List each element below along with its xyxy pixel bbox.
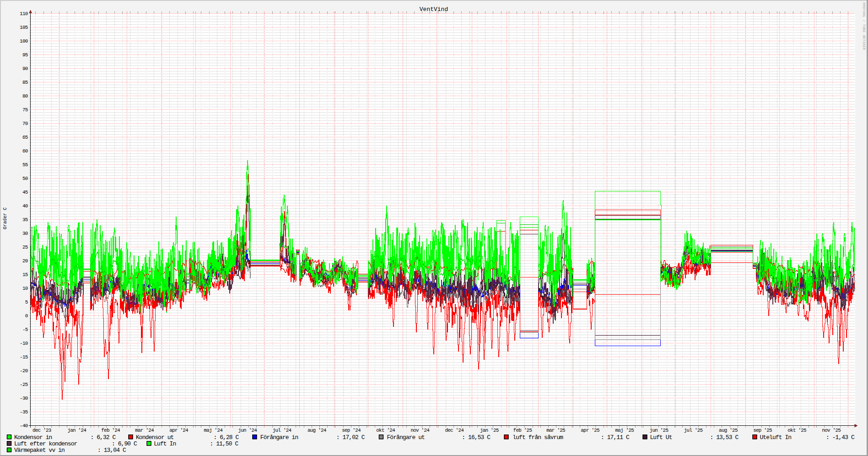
svg-text:: 13,53 C: : 13,53 C [710,434,739,441]
svg-text:feb '25: feb '25 [513,428,532,433]
svg-text:: 16,53 C: : 16,53 C [462,434,491,441]
svg-text:dec '24: dec '24 [445,428,464,433]
svg-text:dec '23: dec '23 [32,428,51,433]
svg-text:25: 25 [22,244,28,250]
svg-text:feb '24: feb '24 [101,428,120,433]
svg-text:10: 10 [22,286,28,291]
svg-text:105: 105 [20,25,28,30]
svg-text:60: 60 [22,148,28,154]
svg-text:-25: -25 [20,382,28,387]
svg-text:Kondensor ut: Kondensor ut [136,434,174,441]
svg-text:-35: -35 [20,409,28,415]
svg-text:sep '25: sep '25 [753,428,772,433]
svg-text:5: 5 [25,299,28,305]
svg-text:jan '24: jan '24 [67,428,86,433]
svg-text:maj '25: maj '25 [615,428,634,433]
svg-text:nov '24: nov '24 [410,428,430,433]
svg-text:mar '24: mar '24 [135,428,154,433]
svg-text:aug '25: aug '25 [719,428,738,433]
svg-text:: -1,43 C: : -1,43 C [826,434,855,441]
svg-text:: 17,02 C: : 17,02 C [336,434,365,441]
svg-text:15: 15 [22,272,28,277]
svg-text:45: 45 [22,190,28,195]
svg-text:65: 65 [22,135,28,140]
svg-text:30: 30 [22,231,28,236]
svg-text:-5: -5 [22,327,28,332]
svg-text:110: 110 [20,11,28,16]
svg-text:apr '24: apr '24 [169,428,189,433]
svg-text:aug '24: aug '24 [307,428,327,433]
svg-text:40: 40 [22,203,28,209]
svg-text:Värmepaket vv in: Värmepaket vv in [14,447,65,454]
svg-text:okt '25: okt '25 [787,428,806,433]
svg-text:75: 75 [22,107,28,113]
svg-text:Luft In: Luft In [154,440,176,447]
svg-text:20: 20 [22,258,28,264]
svg-text:-30: -30 [20,396,28,401]
svg-text:jan '25: jan '25 [480,428,499,433]
svg-text:mar '25: mar '25 [546,428,565,433]
svg-text:-10: -10 [20,341,28,346]
svg-text:VentVind: VentVind [420,6,448,13]
svg-text:apr '25: apr '25 [581,428,599,433]
svg-text:100: 100 [20,38,28,44]
svg-text:70: 70 [22,121,28,126]
svg-text:Uteluft In: Uteluft In [760,434,792,441]
svg-text:Förångare in: Förångare in [260,434,298,441]
svg-text:jul '25: jul '25 [684,428,703,433]
svg-text:jul '24: jul '24 [273,428,292,433]
svg-text:95: 95 [22,52,28,58]
svg-text:50: 50 [22,176,28,181]
svg-text:jun '24: jun '24 [238,428,257,433]
svg-text:okt '24: okt '24 [376,428,395,433]
svg-text:nov '25: nov '25 [822,428,841,433]
svg-text:: 11,50 C: : 11,50 C [210,440,239,447]
svg-text:: 13,04 C: : 13,04 C [97,447,126,454]
svg-text:90: 90 [22,66,28,71]
svg-text:Luft efter kondensor: Luft efter kondensor [14,440,77,447]
svg-text:85: 85 [22,80,28,85]
svg-text:Kondensor in: Kondensor in [14,434,52,441]
svg-text:RRDTOOL / TOBI OETIKER: RRDTOOL / TOBI OETIKER [862,3,866,50]
svg-text:: 17,11 C: : 17,11 C [601,434,630,441]
svg-text:jun '25: jun '25 [650,428,669,433]
svg-text:35: 35 [22,217,28,223]
svg-text:Förångare ut: Förångare ut [387,434,425,441]
svg-text:0: 0 [25,313,28,319]
svg-text:-15: -15 [20,354,28,360]
svg-text:Grader C: Grader C [3,207,8,229]
svg-text:sep '24: sep '24 [342,428,361,433]
svg-text:: 6,32 C: : 6,32 C [91,434,116,441]
svg-text:Luft Ut: Luft Ut [650,434,672,441]
svg-text:luft från såvrum: luft från såvrum [512,434,563,441]
svg-text:80: 80 [22,93,28,99]
svg-text:-40: -40 [20,423,28,429]
svg-text:55: 55 [22,162,28,168]
svg-text:-20: -20 [20,368,28,374]
svg-text:: 6,90 C: : 6,90 C [112,440,137,447]
svg-text:maj '24: maj '24 [204,428,223,433]
svg-text:: 6,28 C: : 6,28 C [213,434,239,441]
